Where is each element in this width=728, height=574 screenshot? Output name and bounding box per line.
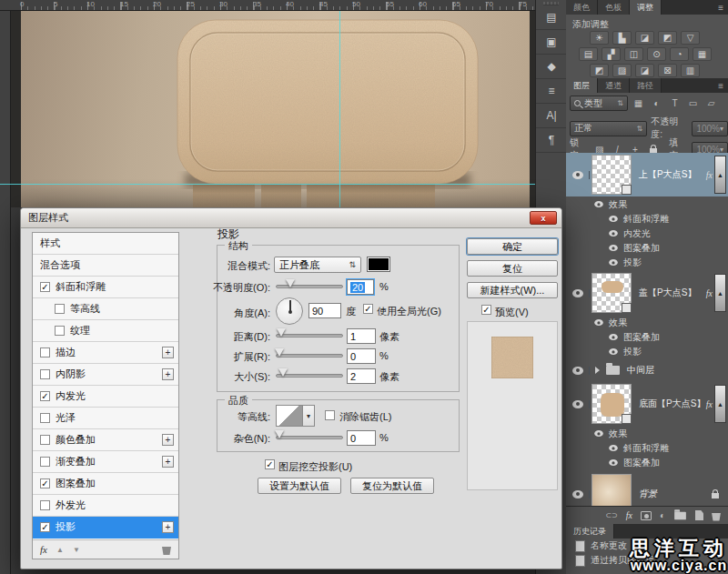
checkbox-checked[interactable] — [40, 282, 50, 292]
angle-input[interactable]: 90 — [308, 303, 341, 318]
style-item-color-overlay[interactable]: 颜色叠加 — [33, 429, 178, 451]
filter-pixel-layers-icon[interactable]: ▦ — [631, 96, 646, 111]
distance-slider[interactable] — [276, 334, 343, 337]
checkbox[interactable] — [55, 326, 65, 336]
add-instance-button[interactable] — [162, 521, 174, 533]
paragraph-panel-icon[interactable]: ¶ — [536, 128, 567, 153]
filter-kind-dropdown[interactable]: 类型 ⇅ — [570, 96, 628, 111]
angle-dial[interactable] — [276, 297, 303, 325]
contour-dropdown[interactable]: ▾ — [303, 405, 315, 427]
vertical-ruler[interactable] — [0, 11, 11, 574]
document-canvas[interactable] — [21, 11, 530, 207]
character-panel-icon[interactable]: A| — [536, 104, 567, 128]
eye-icon[interactable] — [609, 459, 618, 466]
checkbox[interactable] — [40, 457, 50, 467]
delete-style-icon[interactable] — [162, 547, 171, 555]
effect-row[interactable]: 内发光 — [566, 227, 728, 240]
noise-slider[interactable] — [276, 436, 343, 439]
antialias-checkbox[interactable] — [325, 410, 335, 420]
effect-row[interactable]: 斜面和浮雕 — [566, 441, 728, 455]
slider-thumb[interactable] — [277, 328, 286, 337]
dialog-titlebar[interactable]: 图层样式 — [21, 208, 561, 228]
filter-shape-layers-icon[interactable]: ▭ — [685, 96, 701, 111]
tab-history[interactable]: 历史记录 — [566, 524, 614, 539]
curves-icon[interactable]: ◪ — [635, 31, 654, 45]
levels-icon[interactable]: ▙ — [612, 31, 632, 45]
filter-type-layers-icon[interactable]: T — [667, 96, 682, 111]
checkbox[interactable] — [40, 500, 50, 510]
style-item-gradient-overlay[interactable]: 渐变叠加 — [33, 451, 178, 473]
new-style-button[interactable]: 新建样式(W)... — [467, 282, 558, 298]
vibrance-icon[interactable]: ▽ — [681, 31, 700, 45]
eye-icon[interactable] — [609, 216, 618, 222]
collapse-effects-button[interactable]: ▲ — [714, 385, 726, 423]
effects-header-row[interactable]: 效果 — [566, 427, 728, 440]
layer-thumbnail-roundrect[interactable] — [592, 384, 632, 424]
exposure-icon[interactable]: ◩ — [658, 31, 677, 45]
ok-button[interactable]: 确定 — [467, 238, 558, 255]
invert-icon[interactable]: ◩ — [590, 64, 609, 77]
eye-icon[interactable] — [594, 319, 603, 326]
size-input[interactable]: 2 — [347, 368, 376, 384]
global-light-checkbox[interactable] — [363, 304, 373, 314]
add-instance-button[interactable] — [162, 434, 174, 446]
new-layer-icon[interactable] — [695, 510, 703, 520]
effects-header-row[interactable]: 效果 — [566, 197, 728, 211]
checkbox[interactable] — [40, 369, 50, 379]
layer-row-bottom[interactable]: 底面【P大点S】 fx ▲ — [566, 382, 728, 426]
selective-color-icon[interactable]: ⊠ — [658, 64, 677, 77]
tab-adjustments[interactable]: 调整 — [630, 0, 662, 15]
opacity-input[interactable]: 20 — [347, 279, 374, 295]
visibility-cell[interactable] — [566, 367, 590, 375]
slider-thumb[interactable] — [275, 348, 284, 357]
styles-panel-icon[interactable]: ▣ — [536, 30, 567, 55]
blend-mode-select[interactable]: 正片叠底 ⇅ — [274, 257, 361, 273]
black-white-icon[interactable]: ◫ — [624, 47, 643, 61]
effect-row[interactable]: 图案叠加 — [566, 241, 728, 255]
layer-row-top[interactable]: 上【P大点S】 fx ▲ — [566, 153, 728, 196]
effect-row[interactable]: 图案叠加 — [566, 456, 728, 469]
add-mask-icon[interactable] — [641, 511, 652, 520]
effect-row[interactable]: 斜面和浮雕 — [566, 212, 728, 226]
add-layer-style-icon[interactable]: fx — [626, 510, 632, 520]
move-up-icon[interactable]: ▲ — [56, 546, 64, 554]
effects-header-row[interactable]: 效果 — [566, 316, 728, 329]
add-instance-button[interactable] — [162, 456, 174, 468]
checkbox-checked[interactable] — [40, 391, 50, 401]
visibility-cell[interactable] — [566, 400, 590, 408]
layer-thumbnail-transparent[interactable] — [592, 155, 632, 195]
eye-icon[interactable] — [609, 245, 618, 251]
tab-paths[interactable]: 路径 — [630, 78, 662, 93]
noise-input[interactable]: 0 — [347, 430, 376, 446]
eye-icon[interactable] — [609, 230, 618, 237]
layer-name[interactable]: 上【P大点S】 — [639, 168, 696, 181]
checkbox-checked[interactable] — [40, 522, 50, 532]
checkbox[interactable] — [40, 413, 50, 423]
collapse-effects-button[interactable]: ▲ — [714, 274, 726, 312]
filter-smart-objects-icon[interactable]: ▱ — [703, 96, 719, 111]
reset-default-button[interactable]: 复位为默认值 — [350, 478, 434, 494]
panel-menu-icon[interactable]: ≡ — [713, 0, 728, 15]
style-item-styles[interactable]: 样式 — [33, 233, 178, 255]
effect-row[interactable]: 投影 — [566, 345, 728, 358]
style-item-inner-shadow[interactable]: 内阴影 — [33, 364, 178, 386]
eye-icon[interactable] — [594, 201, 603, 207]
spread-input[interactable]: 0 — [347, 348, 376, 364]
link-layers-icon[interactable]: ⊂⊃ — [605, 511, 617, 519]
tab-color[interactable]: 颜色 — [566, 0, 598, 15]
horizontal-guide[interactable] — [0, 184, 535, 185]
posterize-icon[interactable]: ▨ — [612, 64, 632, 77]
tab-channels[interactable]: 通道 — [598, 78, 630, 93]
style-item-satin[interactable]: 光泽 — [33, 408, 178, 429]
blend-mode-dropdown[interactable]: 正常 ⇅ — [570, 121, 647, 136]
distance-input[interactable]: 1 — [347, 328, 376, 344]
style-item-blending-options[interactable]: 混合选项 — [33, 255, 178, 277]
filter-adjustment-layers-icon[interactable]: ◐ — [649, 96, 664, 111]
new-group-icon[interactable] — [674, 511, 686, 519]
checkbox[interactable] — [55, 304, 65, 314]
layers-panel-menu-icon[interactable]: ≡ — [713, 78, 728, 93]
add-instance-button[interactable] — [162, 347, 174, 358]
color-lookup-icon[interactable]: ▦ — [693, 47, 712, 61]
checkbox[interactable] — [40, 435, 50, 445]
eye-icon[interactable] — [609, 334, 618, 340]
